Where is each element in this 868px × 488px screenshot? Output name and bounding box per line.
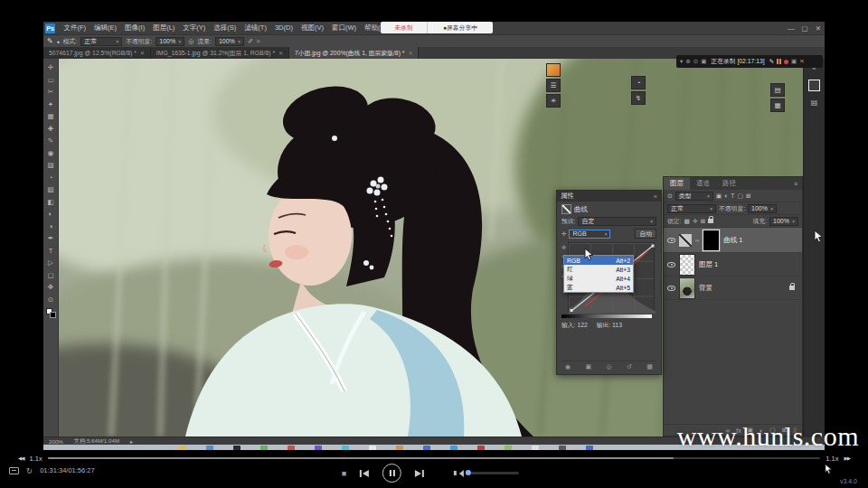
background-color[interactable]: [50, 312, 56, 318]
layer-name[interactable]: 曲线 1: [723, 236, 742, 245]
lock-all-icon[interactable]: [708, 219, 713, 223]
menu-3d[interactable]: 3D(D): [270, 22, 297, 34]
empty-layer-thumbnail[interactable]: [679, 254, 695, 276]
menu-edit[interactable]: 编辑(E): [90, 22, 121, 34]
recorder-menu-icon[interactable]: ▾: [680, 58, 683, 65]
tool-icon-marquee[interactable]: ▭: [47, 74, 53, 87]
next-button[interactable]: [415, 470, 424, 477]
tool-icon-history[interactable]: ◔: [49, 172, 53, 184]
channel-option-blue[interactable]: 蓝Alt+5: [564, 283, 633, 292]
tool-icon-dodge[interactable]: ◑: [49, 221, 53, 233]
layer-row-curves1[interactable]: ∞ 曲线 1: [664, 228, 802, 253]
document-tab-1[interactable]: 5074617.jpg @ 12.5%(RGB/8) *✕: [43, 47, 151, 59]
tool-icon-hand[interactable]: ✥: [48, 281, 53, 294]
loop-icon[interactable]: ↻: [26, 467, 33, 474]
clip-layer-icon[interactable]: ▣: [586, 363, 592, 371]
channel-dropdown[interactable]: RGB▾: [569, 230, 610, 239]
layer-name[interactable]: 图层 1: [699, 260, 718, 269]
menu-layer[interactable]: 图层(L): [149, 22, 179, 34]
hand-adjust-icon[interactable]: ✥: [561, 244, 566, 250]
menu-type[interactable]: 文字(Y): [179, 22, 210, 34]
channel-option-red[interactable]: 红Alt+3: [564, 265, 633, 274]
brightness-panel-icon[interactable]: ☀: [546, 94, 561, 108]
recorder-close-icon[interactable]: ✕: [799, 58, 804, 65]
tool-icon-blur[interactable]: ◐: [49, 208, 53, 221]
targeted-adjust-icon[interactable]: ✛: [561, 230, 566, 238]
fast-forward-icon[interactable]: ▶▶: [844, 455, 850, 461]
auto-button[interactable]: 自动: [635, 229, 656, 239]
tool-icon-wand[interactable]: ✦: [48, 99, 53, 111]
flow-dropdown[interactable]: 100%▾: [215, 37, 244, 46]
volume-icon[interactable]: [454, 470, 464, 477]
filter-smart-icon[interactable]: ⊞: [746, 192, 751, 200]
filter-type-icon[interactable]: T: [731, 192, 734, 199]
tool-icon-eyedropper[interactable]: ✚: [48, 123, 53, 136]
seek-bar[interactable]: [48, 457, 821, 459]
document-tab-2[interactable]: IMG_1635-1.jpg @ 31.2%(图层 1, RGB/8) *✕: [151, 47, 289, 59]
visibility-eye-icon[interactable]: [667, 262, 675, 267]
pen-icon[interactable]: ✎: [769, 58, 774, 65]
brush-preview-icon[interactable]: ●: [57, 39, 60, 44]
document-tab-3-active[interactable]: 7小图.jpg @ 200%(曲线 1, 图层蒙版/8) *✕: [289, 47, 419, 59]
recorder-region-icon[interactable]: ▣: [701, 58, 706, 65]
previous-button[interactable]: [360, 470, 369, 477]
smoothing-icon[interactable]: ≈: [257, 38, 260, 44]
preset-dropdown[interactable]: 自定▾: [578, 217, 656, 226]
pause-recording-icon[interactable]: [777, 59, 781, 64]
layers-opacity-dropdown[interactable]: 100%▾: [748, 204, 777, 213]
tool-icon-pathselect[interactable]: ▷: [48, 257, 53, 269]
tool-icon-eraser[interactable]: ▧: [47, 183, 53, 196]
panel-collapse-icon[interactable]: «: [654, 192, 657, 201]
filter-pixel-icon[interactable]: ▣: [716, 192, 722, 200]
layer-mask-thumbnail[interactable]: [703, 230, 720, 251]
visibility-eye-icon[interactable]: [667, 286, 675, 291]
restore-icon[interactable]: ▢: [798, 24, 812, 33]
pause-button[interactable]: [382, 464, 401, 483]
tool-icon-pen[interactable]: ✒: [48, 232, 53, 245]
curves-panel-icon[interactable]: ◔: [631, 76, 646, 89]
filter-search-icon[interactable]: ⊙: [667, 192, 673, 200]
delete-adjustment-icon[interactable]: ▦: [646, 363, 653, 371]
filter-type-dropdown[interactable]: 类型▾: [675, 192, 713, 201]
speed-left[interactable]: 1.1x: [29, 455, 42, 463]
volume-slider[interactable]: [468, 472, 519, 474]
mode-dropdown[interactable]: 正常▾: [80, 37, 122, 46]
pressure-opacity-icon[interactable]: ◎: [188, 38, 193, 45]
menu-filter[interactable]: 滤镜(T): [241, 22, 271, 34]
tool-icon-shape[interactable]: ▢: [47, 269, 53, 282]
minimize-icon[interactable]: —: [784, 24, 798, 33]
menu-select[interactable]: 选择(S): [210, 22, 241, 34]
channel-option-green[interactable]: 绿Alt+4: [564, 274, 633, 283]
recorder-zoom-icon[interactable]: ⊙: [693, 58, 698, 65]
tab-channels[interactable]: 通道: [690, 177, 716, 190]
tool-icon-move[interactable]: ✛: [48, 61, 53, 74]
tool-icon-brush[interactable]: ◉: [48, 147, 54, 160]
color-panel-icon[interactable]: ▤: [770, 83, 785, 97]
brush-tool-icon[interactable]: ✎: [47, 37, 53, 45]
panel-dock-icon[interactable]: ▤: [811, 99, 818, 107]
tool-icon-type[interactable]: T: [49, 245, 53, 258]
layer-row-layer1[interactable]: 图层 1: [664, 253, 802, 277]
filter-adjust-icon[interactable]: ◐: [724, 192, 728, 199]
visibility-icon[interactable]: ◎: [607, 363, 612, 371]
channel-option-rgb[interactable]: RGBAlt+2: [564, 256, 633, 265]
layer-row-background[interactable]: 背景: [664, 277, 802, 300]
tool-icon-lasso[interactable]: ✂: [48, 86, 53, 99]
camera-icon[interactable]: ▣: [791, 58, 797, 65]
curves-thumbnail[interactable]: [679, 234, 692, 247]
blend-mode-dropdown[interactable]: 正常▾: [667, 204, 716, 213]
tab-layers[interactable]: 图层: [664, 177, 690, 190]
tool-icon-gradient[interactable]: ◧: [47, 196, 53, 209]
lock-transparent-icon[interactable]: ▩: [684, 218, 689, 225]
status-arrow-icon[interactable]: ▸: [130, 438, 133, 445]
lock-position-icon[interactable]: ⊞: [701, 218, 706, 225]
tool-icon-zoom[interactable]: ⊙: [48, 294, 53, 306]
zoom-level[interactable]: 200%: [49, 438, 63, 445]
background-thumbnail[interactable]: [679, 277, 695, 299]
color-swatches[interactable]: [46, 308, 56, 318]
menu-image[interactable]: 图像(I): [121, 22, 149, 34]
panel-menu-icon[interactable]: ≡: [794, 181, 802, 187]
record-dot-icon[interactable]: [784, 60, 788, 64]
targeted-icon[interactable]: ◉: [565, 363, 571, 371]
menu-file[interactable]: 文件(F): [60, 22, 90, 34]
